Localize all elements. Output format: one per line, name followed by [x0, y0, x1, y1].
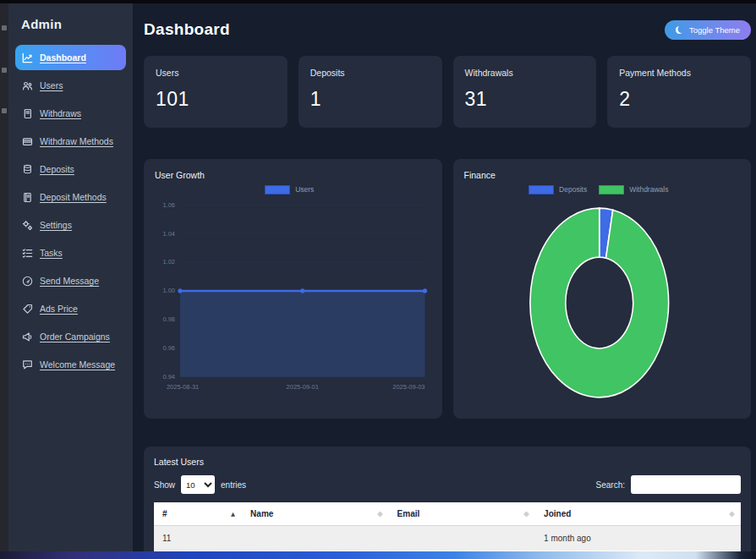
stat-value: 1 — [310, 88, 430, 111]
cell-name — [242, 526, 389, 551]
chart-line-icon — [22, 52, 33, 63]
toggle-theme-label: Toggle Theme — [689, 25, 740, 35]
chart-title: User Growth — [155, 170, 431, 180]
cell-id: 11 — [154, 526, 242, 551]
price-tag-icon — [22, 304, 33, 315]
moon-icon — [676, 26, 683, 34]
edge-glyph — [2, 68, 7, 73]
chart-title: Finance — [464, 170, 741, 180]
sort-icon — [523, 511, 529, 517]
cell-email — [389, 526, 536, 551]
entries-label: entries — [221, 480, 246, 490]
notebook-icon — [22, 192, 33, 203]
send-icon — [22, 276, 33, 287]
sidebar-item-label: Tasks — [40, 248, 63, 258]
ledger-icon — [22, 108, 33, 119]
column-header-id[interactable]: # ▲ — [154, 502, 242, 526]
desktop-wallpaper-strip — [0, 551, 756, 559]
charts-row: User Growth Users 1.061.041.021.000.980.… — [144, 159, 751, 419]
search-input[interactable] — [631, 475, 741, 494]
sidebar-item-dashboard[interactable]: Dashboard — [15, 45, 126, 70]
svg-text:1.00: 1.00 — [162, 287, 175, 294]
stat-label: Withdrawals — [465, 68, 585, 78]
column-header-joined[interactable]: Joined — [535, 502, 741, 526]
sidebar-title: Admin — [21, 17, 126, 31]
sidebar-item-label: Settings — [40, 220, 72, 230]
gears-icon — [22, 220, 33, 231]
finance-legend: Deposits Withdrawals — [464, 183, 741, 196]
sidebar-item-deposit-methods[interactable]: Deposit Methods — [15, 184, 126, 210]
page-size-control: Show 10 entries — [154, 475, 246, 494]
edge-glyph — [2, 25, 7, 30]
sidebar-item-label: Deposits — [40, 164, 74, 174]
users-legend-swatch — [265, 185, 290, 195]
sidebar-item-tasks[interactable]: Tasks — [15, 240, 126, 266]
sidebar-item-withdraw-methods[interactable]: Withdraw Methods — [15, 129, 126, 154]
search-control: Search: — [596, 475, 741, 494]
user-growth-legend: Users — [155, 183, 431, 196]
svg-text:0.94: 0.94 — [162, 373, 175, 381]
stat-value: 31 — [465, 88, 585, 111]
finance-panel: Finance Deposits Withdrawals — [453, 159, 752, 419]
svg-text:2025-09-03: 2025-09-03 — [392, 383, 425, 391]
latest-users-table: # ▲ Name Email Joined — [154, 502, 741, 551]
sidebar-item-ads-price[interactable]: Ads Price — [15, 296, 126, 321]
users-icon — [22, 80, 33, 91]
sidebar-item-label: Ads Price — [40, 304, 78, 314]
task-list-icon — [22, 248, 33, 259]
column-header-name[interactable]: Name — [242, 502, 389, 526]
user-growth-panel: User Growth Users 1.061.041.021.000.980.… — [144, 159, 442, 419]
stat-label: Payment Methods — [619, 68, 739, 78]
sidebar-item-settings[interactable]: Settings — [15, 212, 126, 238]
user-growth-chart: 1.061.041.021.000.980.960.942025-08-3120… — [155, 196, 431, 408]
sidebar-item-label: Welcome Message — [40, 359, 115, 370]
withdrawals-legend-swatch — [599, 185, 624, 195]
sidebar-item-withdraws[interactable]: Withdraws — [15, 101, 126, 126]
show-label: Show — [154, 480, 175, 490]
sidebar-item-label: Users — [40, 80, 63, 90]
sidebar-item-label: Order Campaigns — [40, 332, 110, 342]
legend-label: Users — [295, 185, 314, 194]
sort-ascending-icon: ▲ — [231, 511, 235, 518]
stat-card-users: Users 101 — [144, 56, 288, 128]
sidebar-item-deposits[interactable]: Deposits — [15, 156, 126, 182]
sidebar-item-users[interactable]: Users — [15, 73, 126, 98]
finance-donut-chart — [464, 196, 741, 408]
toggle-theme-button[interactable]: Toggle Theme — [665, 20, 751, 40]
megaphone-icon — [22, 332, 33, 343]
wallet-icon — [22, 136, 33, 147]
window-top-edge — [0, 0, 756, 3]
sort-icon — [729, 511, 735, 517]
stat-value: 2 — [619, 88, 739, 111]
sort-icon — [377, 511, 383, 517]
sidebar-item-label: Deposit Methods — [40, 192, 107, 202]
svg-text:0.96: 0.96 — [162, 344, 175, 352]
sidebar-item-order-campaigns[interactable]: Order Campaigns — [15, 324, 126, 349]
sidebar-item-label: Dashboard — [40, 52, 86, 63]
stats-row: Users 101 Deposits 1 Withdrawals 31 Paym… — [144, 56, 751, 128]
cell-joined: 1 month ago — [535, 526, 741, 551]
table-controls: Show 10 entries Search: — [154, 475, 741, 494]
chat-icon — [22, 359, 33, 370]
page-title: Dashboard — [144, 20, 230, 39]
svg-text:1.04: 1.04 — [162, 230, 175, 238]
svg-text:2025-09-01: 2025-09-01 — [287, 383, 319, 391]
svg-text:0.98: 0.98 — [162, 315, 175, 323]
coins-icon — [22, 164, 33, 175]
stat-value: 101 — [156, 88, 276, 111]
legend-label: Deposits — [559, 185, 587, 194]
stat-label: Deposits — [310, 68, 430, 78]
sidebar-item-send-message[interactable]: Send Message — [15, 268, 126, 293]
legend-label: Withdrawals — [629, 185, 668, 194]
page-header: Dashboard Toggle Theme — [144, 15, 751, 44]
column-header-email[interactable]: Email — [389, 502, 536, 526]
stat-card-withdrawals: Withdrawals 31 — [453, 56, 597, 128]
page-size-select[interactable]: 10 — [181, 475, 215, 494]
background-window-edge — [0, 0, 8, 551]
sidebar-item-label: Send Message — [40, 276, 99, 286]
admin-app-window: Admin Dashboard Users Withdraws Withdraw… — [8, 3, 756, 551]
stat-card-payment-methods: Payment Methods 2 — [607, 56, 751, 128]
svg-text:2025-08-31: 2025-08-31 — [167, 383, 199, 391]
deposits-legend-swatch — [529, 185, 554, 195]
sidebar-item-welcome-message[interactable]: Welcome Message — [15, 352, 126, 377]
